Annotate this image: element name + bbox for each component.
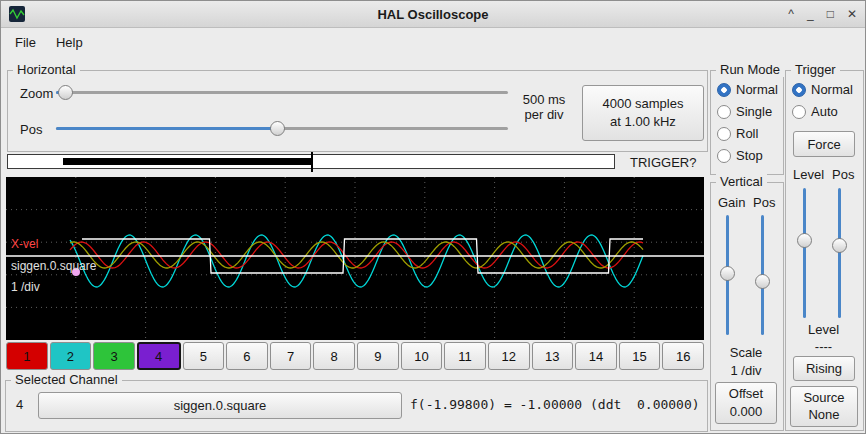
app-icon xyxy=(9,6,25,22)
trigger-source-button[interactable]: Source None xyxy=(790,386,858,427)
channel-button-14[interactable]: 14 xyxy=(575,342,617,370)
trigger-pos-slider[interactable] xyxy=(832,188,847,318)
gain-slider[interactable] xyxy=(720,215,735,335)
vertical-group: Vertical Gain Pos Scale 1 /div Offset 0.… xyxy=(710,182,784,431)
samples-button[interactable]: 4000 samples at 1.00 kHz xyxy=(582,85,704,141)
zoom-slider-trough xyxy=(56,91,508,94)
gain-label: Gain xyxy=(718,195,745,210)
selected-channel-group: Selected Channel 4 siggen.0.square f(-1.… xyxy=(5,380,708,432)
record-fill xyxy=(63,158,311,165)
horizontal-group-label: Horizontal xyxy=(13,62,80,77)
timebase-unit: per div xyxy=(512,107,576,122)
window-title: HAL Oscilloscope xyxy=(1,7,865,22)
trigger-level-slider[interactable] xyxy=(797,188,812,318)
timebase-value: 500 ms xyxy=(512,92,576,107)
channel-button-5[interactable]: 5 xyxy=(183,342,225,370)
shade-button[interactable]: ^ xyxy=(788,8,794,20)
trigger-options: NormalAuto xyxy=(792,80,853,121)
vertical-pos-slider[interactable] xyxy=(755,215,770,335)
waveform-svg xyxy=(6,177,704,340)
radio-label: Single xyxy=(736,104,772,119)
edge-button[interactable]: Rising xyxy=(793,356,855,381)
horizontal-pos-slider-handle[interactable] xyxy=(270,121,285,136)
titlebar[interactable]: HAL Oscilloscope ^_□✕ xyxy=(1,1,865,28)
trigger-option-normal[interactable]: Normal xyxy=(792,80,853,99)
zoom-slider[interactable] xyxy=(56,85,508,100)
channel-row: 12345678910111213141516 xyxy=(6,342,704,370)
hal-oscilloscope-window: HAL Oscilloscope ^_□✕ FileHelp Horizonta… xyxy=(0,0,866,434)
trigger-status-label: TRIGGER? xyxy=(630,155,696,170)
run-mode-option-normal[interactable]: Normal xyxy=(717,80,778,99)
trigger-pos-label: Pos xyxy=(832,167,854,182)
radio-icon xyxy=(792,83,806,97)
record-marker xyxy=(311,152,313,172)
trace-chan3-sine xyxy=(70,242,643,268)
channel-button-16[interactable]: 16 xyxy=(662,342,704,370)
run-mode-option-single[interactable]: Single xyxy=(717,102,778,121)
horizontal-pos-label: Pos xyxy=(20,122,42,137)
trigger-group: Trigger NormalAuto Force Level Pos Level… xyxy=(785,70,864,431)
radio-icon xyxy=(792,105,806,119)
menu-file[interactable]: File xyxy=(5,31,46,54)
horizontal-pos-slider[interactable] xyxy=(56,121,508,136)
run-mode-group: Run Mode NormalSingleRollStop xyxy=(710,70,784,175)
run-mode-option-roll[interactable]: Roll xyxy=(717,124,778,143)
offset-value: 0.000 xyxy=(730,404,763,420)
trigger-source-label: Source xyxy=(803,390,844,406)
horizontal-group: Horizontal Zoom Pos 500 ms per div 4000 … xyxy=(7,70,708,152)
channel-button-6[interactable]: 6 xyxy=(226,342,268,370)
zoom-slider-handle[interactable] xyxy=(58,85,73,100)
channel-source-button[interactable]: siggen.0.square xyxy=(38,392,402,419)
channel-button-2[interactable]: 2 xyxy=(50,342,92,370)
trigger-pos-slider-handle[interactable] xyxy=(832,238,847,253)
channel-button-12[interactable]: 12 xyxy=(488,342,530,370)
window-controls: ^_□✕ xyxy=(788,8,857,20)
channel-button-7[interactable]: 7 xyxy=(270,342,312,370)
force-button[interactable]: Force xyxy=(793,131,855,157)
trigger-level-label: Level xyxy=(793,167,824,182)
scope-scale-label: 1 /div xyxy=(11,280,40,294)
vertical-pos-label: Pos xyxy=(753,195,775,210)
channel-button-3[interactable]: 3 xyxy=(93,342,135,370)
channel-value-readout: f(-1.99800) = -1.00000 (ddt 0.00000) xyxy=(410,397,700,412)
vertical-pos-slider-handle[interactable] xyxy=(755,274,770,289)
trigger-option-auto[interactable]: Auto xyxy=(792,102,853,121)
trigger-group-label: Trigger xyxy=(791,62,840,77)
radio-label: Roll xyxy=(736,126,758,141)
trigger-level-value: ---- xyxy=(786,339,861,354)
run-mode-option-stop[interactable]: Stop xyxy=(717,146,778,165)
horizontal-pos-slider-fill xyxy=(56,127,277,130)
gain-slider-handle[interactable] xyxy=(720,266,735,281)
close-button[interactable]: ✕ xyxy=(847,8,857,20)
channel-button-13[interactable]: 13 xyxy=(532,342,574,370)
timebase-label: 500 ms per div xyxy=(512,92,576,122)
maximize-button[interactable]: □ xyxy=(827,8,834,20)
channel-button-15[interactable]: 15 xyxy=(619,342,661,370)
radio-label: Stop xyxy=(736,148,763,163)
offset-button[interactable]: Offset 0.000 xyxy=(715,382,777,424)
radio-icon xyxy=(717,105,731,119)
channel-button-4[interactable]: 4 xyxy=(137,342,181,370)
radio-icon xyxy=(717,83,731,97)
channel-button-10[interactable]: 10 xyxy=(401,342,443,370)
trigger-level-caption: Level xyxy=(786,322,861,337)
channel-button-9[interactable]: 9 xyxy=(357,342,399,370)
channel-button-1[interactable]: 1 xyxy=(6,342,48,370)
scope-channel1-label: X-vel xyxy=(11,237,38,251)
trigger-level-slider-handle[interactable] xyxy=(797,233,812,248)
record-position-bar xyxy=(7,154,615,169)
selected-channel-group-label: Selected Channel xyxy=(11,372,122,387)
trigger-source-value: None xyxy=(808,407,839,423)
samples-line2: at 1.00 kHz xyxy=(610,114,676,130)
samples-line1: 4000 samples xyxy=(603,96,684,112)
channel-button-11[interactable]: 11 xyxy=(444,342,486,370)
radio-icon xyxy=(717,149,731,163)
menu-help[interactable]: Help xyxy=(46,31,93,54)
scope-display[interactable]: X-vel siggen.0.square 1 /div xyxy=(6,177,704,340)
radio-label: Normal xyxy=(811,82,853,97)
scale-value: 1 /div xyxy=(711,363,781,378)
minimize-button[interactable]: _ xyxy=(807,8,814,20)
run-mode-group-label: Run Mode xyxy=(716,62,784,77)
radio-label: Auto xyxy=(811,104,838,119)
channel-button-8[interactable]: 8 xyxy=(313,342,355,370)
